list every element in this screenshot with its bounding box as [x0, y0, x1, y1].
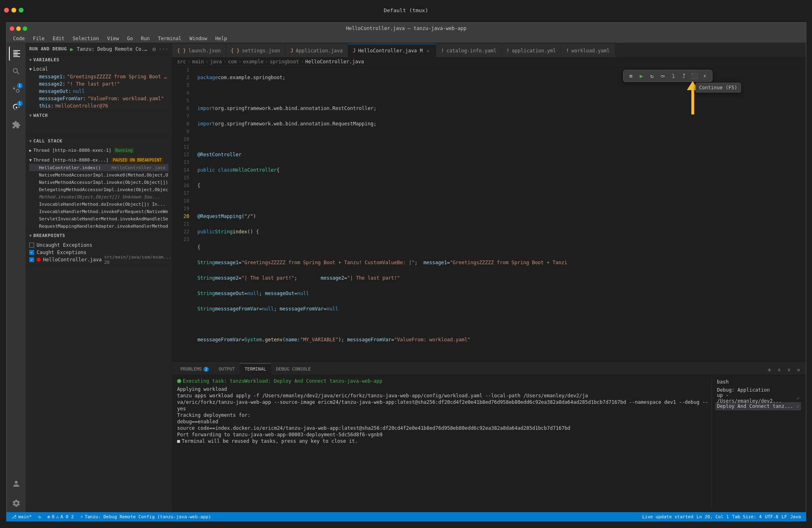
- bc-main[interactable]: main: [192, 59, 204, 65]
- tab-close-icon[interactable]: ✕: [425, 48, 431, 54]
- status-language[interactable]: Java: [789, 514, 803, 519]
- debug-tb-disconnect[interactable]: ⬛: [689, 71, 699, 81]
- tab-settings-json[interactable]: { } settings.json: [226, 44, 286, 57]
- terminal-task-up[interactable]: up - /Users/emanley/dev2... ✓: [715, 394, 801, 402]
- frame-request-mapping[interactable]: RequestMappingHandlerAdapter.invokeHandl…: [29, 222, 169, 230]
- breakpoints-header[interactable]: ▼ BREAKPOINTS: [26, 231, 172, 240]
- status-encoding[interactable]: UTF-8: [763, 514, 780, 519]
- var-this[interactable]: this: HelloController@76: [29, 102, 169, 110]
- debug-gear-icon[interactable]: ⚙: [152, 46, 156, 52]
- var-message2[interactable]: message2: "! The last part!": [29, 80, 169, 88]
- frame-native-method-2[interactable]: NativeMethodAccessorImpl.invoke(Object,O…: [29, 179, 169, 186]
- tab-application-java[interactable]: J Application.java: [286, 44, 348, 57]
- debug-tb-step-out[interactable]: ⤴: [679, 71, 689, 81]
- call-stack-header[interactable]: ▼ CALL STACK: [26, 136, 172, 145]
- bc-example[interactable]: example: [243, 59, 264, 65]
- local-group-header[interactable]: ▼ Local: [29, 65, 169, 73]
- debug-tb-hot-replace[interactable]: ⚡: [700, 71, 710, 81]
- frame-invocable-2[interactable]: InvocableHandlerMethod.invokeForRequest(…: [29, 208, 169, 215]
- terminal-task-deploy[interactable]: Deploy And Connect tanz... ✓: [715, 402, 801, 410]
- menu-terminal[interactable]: Terminal: [155, 35, 185, 42]
- var-messageout[interactable]: messageOut: null: [29, 88, 169, 95]
- activity-search[interactable]: [9, 64, 24, 79]
- bc-springboot[interactable]: springboot: [270, 59, 299, 65]
- frame-servlet[interactable]: ServletInvocableHandlerMethod.invokeAndH…: [29, 215, 169, 222]
- panel-close-btn[interactable]: ✕: [795, 366, 803, 374]
- vs-close-button[interactable]: [10, 26, 14, 31]
- activity-run-debug[interactable]: 1: [9, 100, 24, 114]
- vs-minimize-button[interactable]: [16, 26, 21, 31]
- activity-accounts[interactable]: [9, 476, 24, 491]
- bc-com[interactable]: com: [228, 59, 237, 65]
- tab-launch-json[interactable]: { } launch.json: [172, 44, 226, 57]
- debug-tb-restart[interactable]: ↻: [647, 71, 657, 81]
- menu-window[interactable]: Window: [186, 35, 210, 42]
- debug-more-icon[interactable]: ···: [158, 46, 169, 52]
- panel-tab-output[interactable]: OUTPUT: [214, 363, 240, 375]
- minimize-button[interactable]: [11, 8, 16, 13]
- status-eol[interactable]: LF: [780, 514, 788, 519]
- panel-tab-debug-console[interactable]: DEBUG CONSOLE: [271, 363, 316, 375]
- panel-new-terminal-btn[interactable]: +: [765, 366, 773, 374]
- debug-play-icon[interactable]: ▶: [70, 46, 74, 52]
- debug-tb-continue[interactable]: ▶: [637, 71, 646, 81]
- menu-help[interactable]: Help: [212, 35, 230, 42]
- frame-hello-controller[interactable]: HelloController.index() HelloController.…: [29, 164, 169, 171]
- status-errors[interactable]: ⊗ 0 ⚠ A 0 2: [46, 512, 76, 521]
- panel-up-btn[interactable]: ∧: [775, 366, 783, 374]
- debug-config-name[interactable]: Tanzu: Debug Remote Co...: [75, 46, 151, 52]
- frame-native-method-1[interactable]: NativeMethodAccessorImpl.invoke0(Method,…: [29, 171, 169, 179]
- watch-header[interactable]: ▼ WATCH: [26, 111, 172, 120]
- bc-file[interactable]: HelloController.java: [305, 59, 364, 65]
- bp-caught-checkbox[interactable]: ✓: [29, 250, 34, 255]
- frame-method-invoke[interactable]: Method.invoke(Object,Object[]) Unknown S…: [29, 193, 169, 200]
- thread-1-header[interactable]: ▶ Thread [http-nio-8080-exec-1] Running: [29, 146, 169, 154]
- menu-view[interactable]: View: [104, 35, 122, 42]
- bp-uncaught[interactable]: Uncaught Exceptions: [29, 241, 169, 249]
- bc-java[interactable]: java: [210, 59, 222, 65]
- variables-header[interactable]: ▼ VARIABLES: [26, 55, 172, 64]
- tab-hello-controller[interactable]: J HelloController.java M ✕: [348, 44, 436, 57]
- bp-uncaught-checkbox[interactable]: [29, 243, 34, 248]
- menu-run[interactable]: Run: [138, 35, 153, 42]
- close-button[interactable]: [4, 8, 9, 13]
- activity-settings[interactable]: [9, 496, 24, 511]
- status-branch[interactable]: ⎇ main*: [10, 512, 33, 521]
- debug-tb-step-into[interactable]: ⤵: [668, 71, 678, 81]
- status-cursor-pos[interactable]: Ln 20, Col 1: [695, 514, 730, 519]
- debug-tb-options[interactable]: ≡: [626, 71, 636, 81]
- panel-down-btn[interactable]: ∨: [785, 366, 793, 374]
- panel-tab-terminal[interactable]: TERMINAL: [240, 363, 271, 375]
- maximize-button[interactable]: [19, 8, 24, 13]
- activity-source-control[interactable]: 1: [9, 82, 24, 97]
- panel-tab-problems[interactable]: PROBLEMS 2: [175, 363, 214, 375]
- menu-edit[interactable]: Edit: [50, 35, 68, 42]
- activity-extensions[interactable]: [9, 118, 24, 132]
- tab-settings-json-icon: { }: [231, 48, 240, 54]
- activity-explorer[interactable]: [9, 46, 24, 61]
- frame-invocable-1[interactable]: InvocableHandlerMethod.doInvoke(Object[]…: [29, 200, 169, 208]
- status-tanzu[interactable]: ⚡ Tanzu: Debug Remote Config (tanzu-java…: [79, 512, 213, 521]
- tab-catalog-info[interactable]: ! catalog-info.yaml: [436, 44, 502, 57]
- terminal-task-bash[interactable]: bash: [715, 378, 801, 386]
- menu-go[interactable]: Go: [124, 35, 136, 42]
- frame-delegating[interactable]: DelegatingMethodAccessorImpl.invoke(Obje…: [29, 186, 169, 193]
- bp-file[interactable]: ✓ HelloController.java src/main/java/com…: [29, 256, 169, 263]
- status-sync[interactable]: ↻: [37, 512, 43, 521]
- menu-file[interactable]: File: [30, 35, 48, 42]
- tab-workload-yaml[interactable]: ! workload.yaml: [561, 44, 615, 57]
- code-content[interactable]: package com.example.springboot; import o…: [193, 66, 806, 362]
- menu-code[interactable]: Code: [10, 35, 28, 42]
- bc-src[interactable]: src: [177, 59, 186, 65]
- debug-tb-step-over[interactable]: ⤼: [658, 71, 667, 81]
- status-tab-size[interactable]: Tab Size: 4: [730, 514, 763, 519]
- var-message1[interactable]: message1: "GreetingsZZZZZ from Spring Bo…: [29, 73, 169, 80]
- thread-2-header[interactable]: ▼ Thread [http-nio-8080-ex...] PAUSED ON…: [29, 156, 169, 164]
- terminal-main[interactable]: Executing task: tanzuWorkload: Deploy An…: [177, 378, 708, 509]
- vs-maximize-button[interactable]: [23, 26, 27, 31]
- tab-application-yml[interactable]: ! application.yml: [502, 44, 561, 57]
- menu-selection[interactable]: Selection: [69, 35, 102, 42]
- bp-file-checkbox[interactable]: ✓: [29, 257, 34, 262]
- status-live-update[interactable]: Live update started: [641, 514, 695, 519]
- var-messsagefromvar[interactable]: messsageFromVar: "ValueFrom: workload.ya…: [29, 95, 169, 102]
